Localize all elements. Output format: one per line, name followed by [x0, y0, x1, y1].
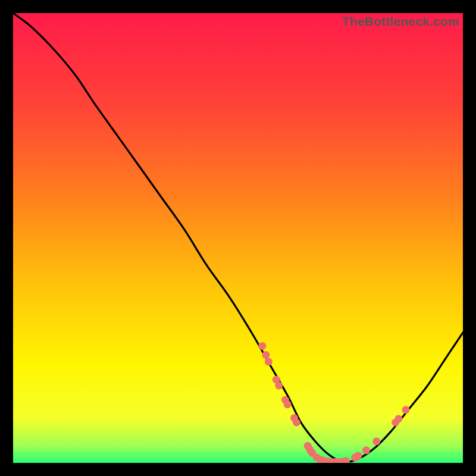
curve-marker — [293, 419, 300, 427]
curve-marker — [262, 351, 270, 359]
curve-marker — [275, 382, 283, 390]
curve-marker — [354, 452, 362, 459]
curve-marker — [394, 415, 402, 422]
curve-marker — [372, 437, 380, 445]
chart-frame: TheBottleneck.com — [13, 13, 463, 463]
curve-marker — [402, 406, 410, 414]
watermark-text: TheBottleneck.com — [342, 14, 459, 29]
curve-marker — [258, 342, 266, 350]
chart-canvas — [13, 13, 463, 463]
curve-marker — [284, 400, 292, 408]
gradient-background — [13, 13, 463, 463]
curve-marker — [265, 358, 273, 365]
curve-marker — [362, 446, 370, 454]
